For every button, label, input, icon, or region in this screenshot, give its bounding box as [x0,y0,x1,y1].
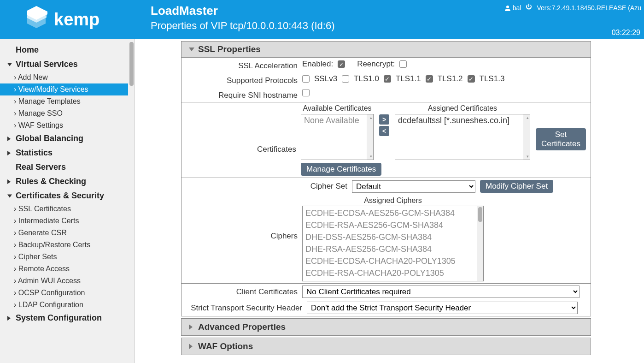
nav-rules-checking[interactable]: Rules & Checking [0,174,135,189]
sidebar: Home Virtual Services Add New View/Modif… [0,39,135,363]
manage-certificates-button[interactable]: Manage Certificates [301,163,381,176]
nav-generate-csr[interactable]: Generate CSR [0,227,135,239]
nav-global-balancing[interactable]: Global Balancing [0,131,135,146]
nav-waf-settings[interactable]: WAF Settings [0,119,135,131]
nav-backup-restore-certs[interactable]: Backup/Restore Certs [0,239,135,251]
move-left-button[interactable]: < [379,126,389,136]
available-certs-list[interactable]: None Available ▴▾ [301,114,374,160]
advanced-properties-panel[interactable]: Advanced Properties [181,318,591,336]
nav-manage-sso[interactable]: Manage SSO [0,107,135,119]
nav-system-config[interactable]: System Configuration [0,311,135,325]
assigned-certs-list[interactable]: dcdefaultssl [*.suneshes.co.in] ▴▾ [395,114,530,160]
enabled-checkbox[interactable] [338,60,345,68]
clock: 03:22:29 [612,29,640,37]
certs-label: Certificates [186,126,301,154]
sidebar-scrollbar[interactable] [128,39,135,363]
hsts-label: Strict Transport Security Header [186,302,307,313]
ssl-section-header[interactable]: SSL Properties [181,42,591,58]
assigned-ciphers-title: Assigned Ciphers [302,196,484,205]
nav-admin-wui-access[interactable]: Admin WUI Access [0,275,135,287]
logout-icon[interactable] [525,3,533,12]
cipherset-label: Cipher Set [186,180,352,191]
header: kemp LoadMaster Properties of VIP tcp/10… [0,0,644,39]
sni-checkbox[interactable] [302,89,310,96]
set-certificates-button[interactable]: Set Certificates [536,128,586,150]
ciphers-label: Ciphers [186,196,302,241]
client-certs-label: Client Certificates [186,286,302,297]
hsts-select[interactable]: Don't add the Strict Transport Security … [307,302,578,314]
tls10-label: TLS1.0 [354,74,379,83]
enabled-label: Enabled: [302,60,333,69]
version-text: Vers:7.2.49.1.18450.RELEASE (Azu [537,4,641,12]
tls11-label: TLS1.1 [396,74,421,83]
svg-text:kemp: kemp [54,10,100,29]
ssl-accel-label: SSL Acceleration [186,60,302,71]
kemp-logo: kemp [0,0,146,39]
nav-ssl-certs[interactable]: SSL Certificates [0,203,135,215]
nav-ldap-config[interactable]: LDAP Configuration [0,299,135,311]
client-certs-select[interactable]: No Client Certificates required [302,286,580,298]
nav-virtual-services[interactable]: Virtual Services [0,57,135,71]
tls12-checkbox[interactable] [426,75,433,83]
nav-manage-templates[interactable]: Manage Templates [0,95,135,107]
tls12-label: TLS1.2 [438,74,463,83]
nav-cipher-sets[interactable]: Cipher Sets [0,251,135,263]
nav-real-servers[interactable]: Real Servers [0,160,135,174]
page-subtitle: Properties of VIP tcp/10.0.0.10:443 (Id:… [146,18,644,32]
nav-add-new[interactable]: Add New [0,71,135,83]
sni-label: Require SNI hostname [186,89,302,100]
waf-options-panel[interactable]: WAF Options [181,338,591,355]
reencrypt-checkbox[interactable] [399,60,407,68]
sslv3-label: SSLv3 [314,74,337,83]
modify-cipherset-button[interactable]: Modify Cipher Set [480,180,553,193]
nav-ocsp-config[interactable]: OCSP Configuration [0,287,135,299]
nav-intermediate-certs[interactable]: Intermediate Certs [0,215,135,227]
assigned-certs-title: Assigned Certificates [395,104,530,113]
ciphers-list[interactable]: ECDHE-ECDSA-AES256-GCM-SHA384 ECDHE-RSA-… [302,206,484,281]
nav-remote-access[interactable]: Remote Access [0,263,135,275]
nav-view-modify-services[interactable]: View/Modify Services [0,83,135,95]
nav-statistics[interactable]: Statistics [0,146,135,160]
nav-home[interactable]: Home [0,43,135,57]
nav-certs-security[interactable]: Certificates & Security [0,189,135,203]
sslv3-checkbox[interactable] [302,75,310,83]
tls10-checkbox[interactable] [342,75,349,83]
available-certs-title: Available Certificates [301,104,374,113]
reencrypt-label: Reencrypt: [357,60,395,69]
username: bal [513,4,521,12]
main-content: SSL Properties SSL Acceleration Enabled:… [135,39,644,363]
tls13-checkbox[interactable] [468,75,475,83]
cipherset-select[interactable]: Default [352,180,475,193]
move-right-button[interactable]: > [379,114,389,125]
protocols-label: Supported Protocols [186,74,302,85]
user-icon [504,5,511,11]
ssl-properties-section: SSL Properties SSL Acceleration Enabled:… [181,41,591,316]
svg-point-1 [506,6,509,8]
tls11-checkbox[interactable] [384,75,391,83]
tls13-label: TLS1.3 [480,74,505,83]
